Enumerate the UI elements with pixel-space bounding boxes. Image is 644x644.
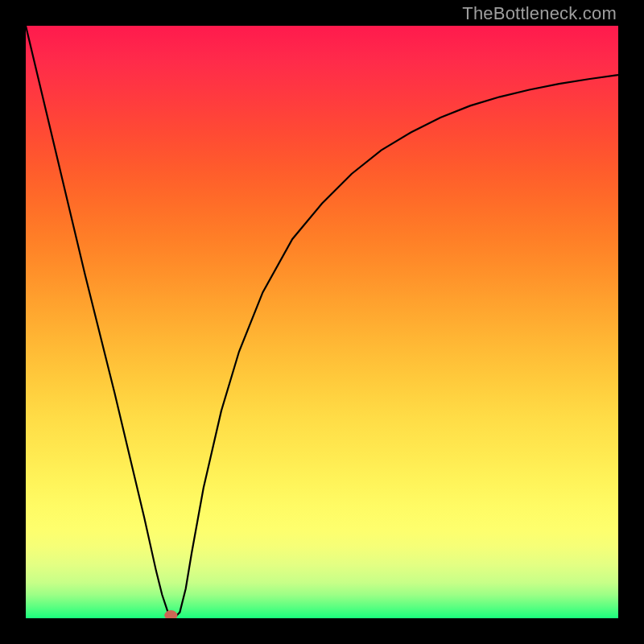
watermark-text: TheBottleneck.com (462, 3, 617, 24)
min-dot (164, 610, 177, 618)
plot-area (26, 26, 618, 618)
chart-frame: TheBottleneck.com (0, 0, 644, 644)
bottleneck-curve (26, 26, 618, 618)
curve-line (26, 26, 618, 618)
